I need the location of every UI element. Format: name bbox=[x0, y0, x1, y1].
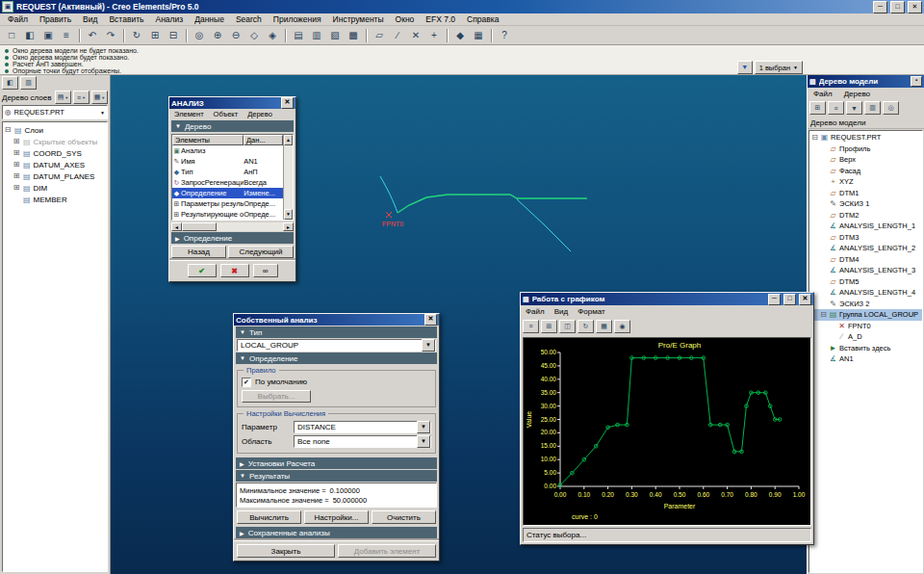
hidden-line-icon[interactable]: ▥ bbox=[308, 27, 325, 43]
close-icon[interactable]: ✕ bbox=[281, 97, 294, 109]
print-icon[interactable]: ≡ bbox=[523, 320, 539, 333]
model-tree-item[interactable]: ▱Верх bbox=[809, 154, 922, 166]
expander-plus-icon[interactable]: ⊞ bbox=[13, 138, 20, 145]
zoom-fit-icon[interactable]: ◇ bbox=[245, 27, 263, 43]
print-icon[interactable]: ≡ bbox=[58, 27, 75, 43]
scrollbar-thumb[interactable] bbox=[182, 222, 217, 231]
analysis-table-row[interactable]: ⊞Результирующие опорОпреде... bbox=[172, 209, 283, 220]
menu-Файл[interactable]: Файл bbox=[808, 90, 838, 98]
menu-Вид[interactable]: Вид bbox=[77, 13, 103, 25]
chevron-down-icon[interactable]: ▼ bbox=[100, 110, 105, 116]
layer-options-icon[interactable]: ▦▼ bbox=[91, 91, 108, 104]
model-tree-item[interactable]: ⊟▣REQUEST.PRT bbox=[809, 132, 922, 144]
search-icon[interactable]: ◎ bbox=[191, 27, 208, 43]
tree-section-bar[interactable]: ▼ Дерево bbox=[171, 120, 294, 132]
layer-item[interactable]: ⊞▤Скрытые объекты bbox=[4, 136, 106, 147]
new-file-icon[interactable]: □ bbox=[3, 27, 20, 43]
model-tree-item[interactable]: ►Вставить здесь bbox=[809, 343, 922, 354]
compute-button[interactable]: Вычислить bbox=[237, 510, 301, 524]
zoom-in-icon[interactable]: ⊕ bbox=[209, 27, 226, 43]
model-tree-item[interactable]: ∡ANALYSIS_LENGTH_4 bbox=[809, 287, 922, 299]
maximize-icon[interactable]: □ bbox=[783, 294, 796, 305]
model-tree-item[interactable]: ∡ANALYSIS_LENGTH_3 bbox=[809, 265, 922, 276]
settings-menu-icon[interactable]: ≡ bbox=[828, 101, 844, 115]
layer-item[interactable]: ⊞▤DIM bbox=[4, 182, 106, 194]
model-tree-item[interactable]: ∡ANALYSIS_LENGTH_1 bbox=[809, 221, 922, 232]
layer-item[interactable]: ⊞▤DATUM_PLANES bbox=[4, 170, 106, 182]
filter-funnel-icon[interactable]: ▼ bbox=[737, 61, 753, 74]
saved-analyses-section-bar[interactable]: ▶ Сохраненные анализы bbox=[236, 527, 437, 538]
model-tree-item[interactable]: ✕FPNT0 bbox=[809, 321, 922, 332]
zoom-out-icon[interactable]: ⊖ bbox=[227, 27, 244, 43]
datum-plane-toggle-icon[interactable]: ▱ bbox=[371, 27, 388, 43]
repaint-icon[interactable]: ◈ bbox=[264, 27, 281, 43]
graph-plot-area[interactable]: 0.005.0010.0015.0020.0025.0030.0035.0040… bbox=[523, 337, 811, 526]
expander-plus-icon[interactable]: ⊞ bbox=[13, 172, 20, 180]
menu-Править[interactable]: Править bbox=[34, 13, 77, 25]
region-select[interactable]: Все none ▼ bbox=[294, 435, 431, 448]
layer-item[interactable]: ▤MEMBER bbox=[4, 194, 106, 205]
chevron-down-icon[interactable]: ▼ bbox=[417, 421, 430, 433]
datum-axis-toggle-icon[interactable]: ∕ bbox=[389, 27, 406, 43]
model-tree-item[interactable]: ✎ЭСКИЗ 2 bbox=[809, 299, 922, 310]
param-select[interactable]: DISTANCE ▼ bbox=[294, 421, 431, 433]
scroll-down-icon[interactable]: ▼ bbox=[284, 209, 293, 220]
menu-Объект[interactable]: Объект bbox=[209, 110, 244, 118]
close-button[interactable]: ✕ bbox=[908, 1, 922, 13]
model-tree-toggle-icon[interactable]: ▦ bbox=[470, 27, 487, 43]
minimize-button[interactable]: ─ bbox=[873, 1, 887, 13]
menu-Файл[interactable]: Файл bbox=[521, 307, 550, 316]
model-tree-item[interactable]: ▱DTM5 bbox=[809, 276, 922, 288]
csys-toggle-icon[interactable]: + bbox=[425, 27, 443, 43]
selection-count[interactable]: 1 выбран ▼ bbox=[755, 61, 803, 74]
menu-Инструменты[interactable]: Инструменты bbox=[327, 13, 390, 25]
filter-icon[interactable]: ▼ bbox=[846, 101, 862, 115]
results-section-bar[interactable]: ▼ Результаты bbox=[236, 470, 437, 482]
scroll-right-icon[interactable]: ► bbox=[283, 222, 294, 231]
open-file-icon[interactable]: ◧ bbox=[21, 27, 38, 43]
close-dialog-button[interactable]: Закрыть bbox=[237, 544, 335, 558]
expander-minus-icon[interactable]: ⊟ bbox=[811, 134, 818, 142]
menu-Вид[interactable]: Вид bbox=[550, 307, 573, 316]
analysis-table-row[interactable]: ▣Анализ bbox=[172, 145, 283, 156]
minimize-icon[interactable]: ─ bbox=[768, 294, 781, 305]
calc-setup-section-bar[interactable]: ▶ Установки Расчета bbox=[236, 457, 437, 469]
analysis-table-row[interactable]: ◆ТипАнП bbox=[172, 167, 283, 177]
shaded-icon[interactable]: ▩ bbox=[345, 27, 362, 43]
column-elements[interactable]: Элементы bbox=[172, 135, 244, 145]
expander-minus-icon[interactable]: ⊟ bbox=[4, 126, 12, 134]
model-tree-item[interactable]: ▱Профиль bbox=[809, 144, 922, 155]
model-tree-item[interactable]: ▱DTM3 bbox=[809, 232, 922, 244]
chevron-down-icon[interactable]: ▼ bbox=[417, 435, 430, 448]
scroll-left-icon[interactable]: ◄ bbox=[171, 222, 182, 231]
show-menu-icon[interactable]: ⊞ bbox=[809, 101, 826, 115]
panel-pin-button[interactable]: ▪ bbox=[911, 76, 922, 87]
datum-point-toggle-icon[interactable]: ✕ bbox=[407, 27, 424, 43]
preview-button[interactable]: ∞ bbox=[253, 264, 278, 277]
grid-toggle-icon[interactable]: ▦ bbox=[596, 320, 612, 333]
close-icon[interactable]: ✕ bbox=[799, 294, 811, 305]
expander-minus-icon[interactable]: ⊟ bbox=[820, 311, 827, 319]
wireframe-icon[interactable]: ▤ bbox=[290, 27, 307, 43]
model-tree-item[interactable]: +XYZ bbox=[809, 176, 922, 188]
close-icon[interactable]: ✕ bbox=[424, 314, 437, 326]
back-button[interactable]: Назад bbox=[171, 246, 226, 258]
layer-item[interactable]: ⊞▤COORD_SYS bbox=[4, 147, 106, 159]
save-file-icon[interactable]: ▣ bbox=[39, 27, 57, 43]
default-checkbox[interactable]: ✔ bbox=[242, 378, 251, 387]
model-tree-item[interactable]: ∡AN1 bbox=[809, 353, 922, 365]
help-icon[interactable]: ? bbox=[496, 27, 513, 43]
clear-button[interactable]: Очистить bbox=[372, 510, 436, 524]
refresh-icon[interactable]: ↻ bbox=[578, 320, 594, 333]
model-tree-item[interactable]: ▱DTM2 bbox=[809, 210, 922, 222]
undo-icon[interactable]: ↶ bbox=[84, 27, 101, 43]
menu-Формат[interactable]: Формат bbox=[573, 307, 609, 316]
menu-Файл[interactable]: Файл bbox=[2, 13, 34, 25]
model-tree-item[interactable]: ▱Фасад bbox=[809, 166, 922, 177]
export-icon[interactable]: ◫ bbox=[559, 320, 576, 333]
analysis-table-row[interactable]: ⊞Параметры результатовОпреде... bbox=[172, 198, 283, 209]
menu-Окно[interactable]: Окно bbox=[390, 13, 421, 25]
no-hidden-icon[interactable]: ▧ bbox=[326, 27, 344, 43]
model-tree-item[interactable]: ∕A_D bbox=[809, 331, 922, 343]
paste-icon[interactable]: ⊟ bbox=[165, 27, 182, 43]
